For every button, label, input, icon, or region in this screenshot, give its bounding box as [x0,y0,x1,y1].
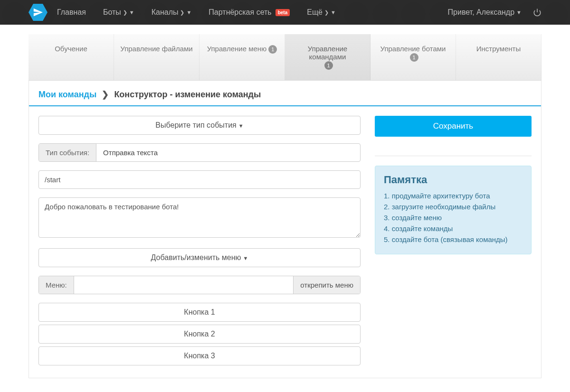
command-input[interactable] [38,170,361,189]
menu-button-2[interactable]: Кнопка 2 [38,325,361,344]
event-type-dropdown[interactable]: Выберите тип события▼ [38,116,361,135]
tab-badge: 1 [324,61,333,70]
tab-bots[interactable]: Управление ботами1 [370,34,456,80]
menu-dropdown[interactable]: Добавить/изменить меню▼ [38,248,361,267]
caret-down-icon: ▼ [331,9,336,15]
memo-item[interactable]: 1. продумайте архитектуру бота [384,192,522,200]
memo-item[interactable]: 2. загрузите необходимые файлы [384,203,522,211]
tab-menu[interactable]: Управление меню1 [200,34,285,80]
event-type-group: Тип события: Отправка текста [38,143,361,162]
memo-title: Памятка [384,174,522,186]
menu-label: Меню: [39,276,74,294]
tab-badge: 1 [268,45,277,54]
chevron-right-icon: ❯ [102,90,109,99]
breadcrumb-current: Конструктор - изменение команды [114,90,261,99]
menu-button-1[interactable]: Кнопка 1 [38,303,361,322]
section-tabs: Обучение Управление файлами Управление м… [28,34,542,81]
brand-logo[interactable] [28,3,48,22]
chevron-right-icon: ❯ [123,9,127,16]
nav-partner[interactable]: Партнёрская сеть beta [201,3,297,21]
caret-down-icon: ▼ [238,123,244,129]
tab-badge: 1 [410,53,418,62]
breadcrumb-link-my-commands[interactable]: Мои команды [38,90,96,99]
caret-down-icon: ▼ [186,9,191,15]
breadcrumb: Мои команды ❯ Конструктор - изменение ко… [29,81,541,106]
caret-down-icon: ▼ [516,9,522,15]
menu-value [74,276,294,294]
chevron-right-icon: ❯ [180,9,184,16]
nav-home[interactable]: Главная [49,3,94,21]
nav-channels[interactable]: Каналы ❯ ▼ [144,3,200,21]
tab-training[interactable]: Обучение [28,34,114,80]
message-textarea[interactable] [38,197,361,238]
caret-down-icon: ▼ [129,9,134,15]
beta-badge: beta [276,9,290,16]
memo-item[interactable]: 3. создайте меню [384,214,522,222]
detach-menu-button[interactable]: открепить меню [293,276,360,294]
chevron-right-icon: ❯ [324,9,329,16]
menu-group: Меню: открепить меню [38,276,361,294]
power-icon[interactable] [533,8,542,17]
save-button[interactable]: Сохранить [375,116,532,137]
paper-plane-icon [33,7,43,18]
event-type-value: Отправка текста [96,144,360,161]
form-column: Выберите тип события▼ Тип события: Отпра… [38,116,361,368]
menu-button-3[interactable]: Кнопка 3 [38,346,361,365]
memo-panel: Памятка 1. продумайте архитектуру бота 2… [375,166,532,254]
tab-commands[interactable]: Управление командами1 [285,34,370,80]
tab-files[interactable]: Управление файлами [114,34,200,80]
event-type-label: Тип события: [39,144,96,161]
tab-tools[interactable]: Инструменты [456,34,542,80]
memo-item[interactable]: 4. создайте команды [384,224,522,233]
caret-down-icon: ▼ [243,255,248,261]
nav-user-greeting[interactable]: Привет, Александр ▼ [440,3,529,21]
memo-item[interactable]: 5. создайте бота (связывая команды) [384,235,522,243]
nav-bots[interactable]: Боты ❯ ▼ [95,3,142,21]
divider [375,156,532,156]
top-navbar: Главная Боты ❯ ▼ Каналы ❯ ▼ Партнёрская … [0,0,570,25]
sidebar-column: Сохранить Памятка 1. продумайте архитект… [375,116,532,368]
nav-more[interactable]: Ещё ❯ ▼ [299,3,343,21]
